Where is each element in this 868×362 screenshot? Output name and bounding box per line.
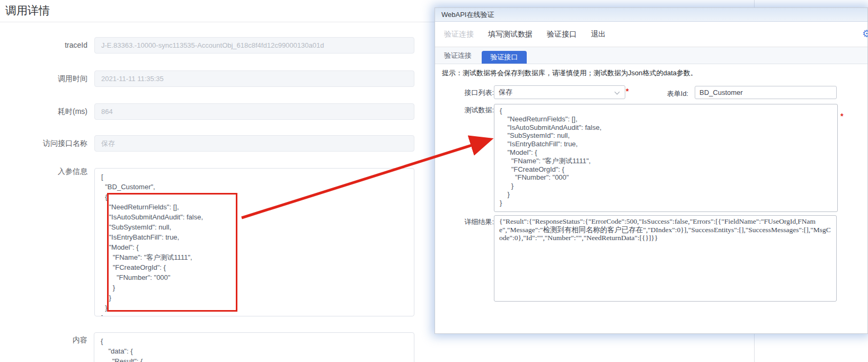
call-time-label: 调用时间 bbox=[0, 74, 87, 84]
input-params-textarea[interactable]: [ "BD_Customer", { "NeedReturnFields": [… bbox=[94, 168, 414, 316]
traceid-label: traceId bbox=[0, 41, 87, 49]
screen: 调用详情 traceId J-E.83363.-10000-sync113535… bbox=[0, 0, 868, 362]
input-params-json: [ "BD_Customer", { "NeedReturnFields": [… bbox=[95, 169, 414, 316]
elapsed-field[interactable]: 864 bbox=[94, 103, 414, 120]
page-title: 调用详情 bbox=[5, 3, 50, 18]
result-textarea[interactable]: {"Result":{"ResponseStatus":{"ErrorCode"… bbox=[494, 215, 837, 302]
chevron-down-icon bbox=[615, 90, 620, 95]
elapsed-label: 耗时(ms) bbox=[0, 107, 87, 117]
api-list-selected-value: 保存 bbox=[499, 88, 512, 96]
content-label: 内容 bbox=[0, 335, 87, 345]
gear-icon[interactable]: ⚙ bbox=[862, 28, 868, 40]
result-label: 详细结果: bbox=[438, 217, 494, 227]
api-list-select[interactable]: 保存 bbox=[494, 85, 625, 99]
form-id-input[interactable]: BD_Customer bbox=[695, 86, 837, 99]
dialog-title: WebAPI在线验证 bbox=[441, 11, 494, 19]
webapi-validation-dialog: WebAPI在线验证 验证连接 填写测试数据 验证接口 退出 ⚙ 验证连接 验证… bbox=[435, 7, 868, 334]
dialog-tabbar: 验证连接 验证接口 bbox=[435, 47, 867, 64]
test-data-json: { "NeedReturnFields": [], "IsAutoSubmitA… bbox=[494, 104, 837, 209]
menu-verify-api[interactable]: 验证接口 bbox=[547, 30, 577, 39]
dialog-titlebar[interactable]: WebAPI在线验证 bbox=[435, 8, 867, 22]
menu-verify-connection[interactable]: 验证连接 bbox=[444, 30, 474, 39]
tab-verify-connection[interactable]: 验证连接 bbox=[435, 47, 481, 64]
test-data-textarea[interactable]: { "NeedReturnFields": [], "IsAutoSubmitA… bbox=[494, 104, 838, 212]
api-name-label: 访问接口名称 bbox=[0, 139, 87, 148]
dialog-menubar: 验证连接 填写测试数据 验证接口 退出 ⚙ bbox=[435, 22, 867, 47]
menu-exit[interactable]: 退出 bbox=[591, 30, 606, 39]
required-asterisk: * bbox=[840, 112, 843, 120]
call-time-field[interactable]: 2021-11-11 11:35:35 bbox=[94, 70, 414, 87]
form-id-label: 表单Id: bbox=[633, 89, 688, 99]
result-json: {"Result":{"ResponseStatus":{"ErrorCode"… bbox=[494, 216, 836, 244]
traceid-field[interactable]: J-E.83363.-10000-sync113535-AccountObj_6… bbox=[94, 37, 414, 54]
content-textarea[interactable]: { "data": { "Result": { bbox=[94, 332, 414, 362]
api-list-label: 接口列表: bbox=[438, 88, 494, 98]
input-params-label: 入参信息 bbox=[0, 167, 87, 176]
api-name-field[interactable]: 保存 bbox=[94, 135, 414, 152]
required-asterisk: * bbox=[626, 87, 628, 95]
test-data-label: 测试数据: bbox=[438, 105, 494, 115]
tab-verify-api[interactable]: 验证接口 bbox=[482, 51, 527, 64]
menu-fill-test-data[interactable]: 填写测试数据 bbox=[488, 30, 533, 39]
dialog-hint-text: 提示：测试数据将会保存到数据库，请谨慎使用；测试数据为Json格式的data参数… bbox=[442, 68, 697, 78]
content-json: { "data": { "Result": { bbox=[94, 333, 414, 362]
